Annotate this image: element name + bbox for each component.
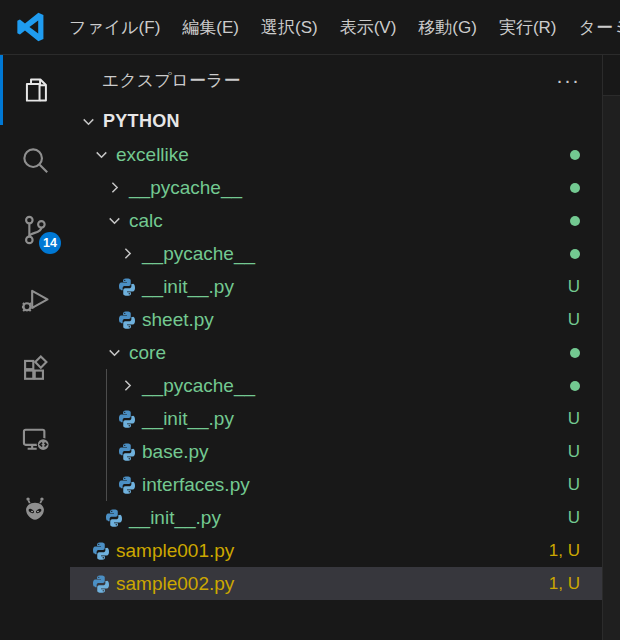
python-icon xyxy=(115,277,139,297)
indent-guide xyxy=(106,468,107,501)
git-status-dot xyxy=(570,249,580,259)
git-status-dot xyxy=(570,150,580,160)
git-status-badge: U xyxy=(568,508,580,528)
debug-icon xyxy=(18,283,52,317)
python-icon xyxy=(115,409,139,429)
activity-item-run-and-debug[interactable] xyxy=(0,265,70,335)
tree-item-pycache[interactable]: __pycache__ xyxy=(70,171,602,204)
tree-item-label: __init__.py xyxy=(142,276,234,298)
activity-item-alien-extension[interactable] xyxy=(0,475,70,545)
python-icon xyxy=(115,475,139,495)
tree-item-base-py[interactable]: base.pyU xyxy=(70,435,602,468)
tree-item-sheet-py[interactable]: sheet.pyU xyxy=(70,303,602,336)
git-status-badge: U xyxy=(568,475,580,495)
alien-icon xyxy=(18,493,52,527)
title-bar: ファイル(F)編集(E)選択(S)表示(V)移動(G)実行(R)ターミナル(T) xyxy=(0,0,620,55)
git-status-badge: U xyxy=(568,277,580,297)
chevron-down-icon xyxy=(76,113,100,130)
indent-guide xyxy=(106,402,107,435)
tree-item-label: sheet.py xyxy=(142,309,214,331)
vscode-logo-icon xyxy=(16,12,46,42)
tree-item-init-py[interactable]: __init__.pyU xyxy=(70,270,602,303)
search-icon xyxy=(18,143,52,177)
menu-item-4[interactable]: 表示(V) xyxy=(329,16,408,39)
tree-item-sample002-py[interactable]: sample002.py1, U xyxy=(70,567,602,600)
git-status-badge: U xyxy=(568,310,580,330)
menu-item-2[interactable]: 編集(E) xyxy=(171,16,250,39)
git-status-badge: 1, U xyxy=(549,574,580,594)
tree-item-label: __pycache__ xyxy=(142,375,255,397)
source-control-badge: 14 xyxy=(39,232,61,254)
tree-item-init-py[interactable]: __init__.pyU xyxy=(70,402,602,435)
tree-item-init-py[interactable]: __init__.pyU xyxy=(70,501,602,534)
more-actions-button[interactable]: ··· xyxy=(556,75,580,85)
git-status-dot xyxy=(570,348,580,358)
tree-item-label: __pycache__ xyxy=(142,243,255,265)
python-icon xyxy=(89,574,113,594)
chevron-right-icon xyxy=(102,179,126,196)
tree-item-label: sample002.py xyxy=(116,573,234,595)
menu-item-5[interactable]: 移動(G) xyxy=(407,16,488,39)
git-status-dot xyxy=(570,216,580,226)
chevron-right-icon xyxy=(115,377,139,394)
editor-area xyxy=(603,55,620,640)
python-icon xyxy=(89,541,113,561)
python-icon xyxy=(115,442,139,462)
git-status-dot xyxy=(570,183,580,193)
workbench: 14 エクスプローラー ··· PYTHONexcellike__pycache… xyxy=(0,55,620,640)
tree-item-core[interactable]: core xyxy=(70,336,602,369)
activity-item-remote-explorer[interactable] xyxy=(0,405,70,475)
tree-item-sample001-py[interactable]: sample001.py1, U xyxy=(70,534,602,567)
menu-item-6[interactable]: 実行(R) xyxy=(488,16,568,39)
chevron-right-icon xyxy=(115,245,139,262)
menu-item-7[interactable]: ターミナル(T) xyxy=(567,16,620,39)
tree-item-interfaces-py[interactable]: interfaces.pyU xyxy=(70,468,602,501)
remote-icon xyxy=(18,423,52,457)
tree-item-pycache[interactable]: __pycache__ xyxy=(70,369,602,402)
git-status-badge: 1, U xyxy=(549,541,580,561)
activity-item-extensions[interactable] xyxy=(0,335,70,405)
tree-item-calc[interactable]: calc xyxy=(70,204,602,237)
tree-item-python[interactable]: PYTHON xyxy=(70,105,602,138)
indent-guide xyxy=(106,369,107,402)
extensions-icon xyxy=(18,353,52,387)
tree-item-label: __init__.py xyxy=(142,408,234,430)
tree-item-label: sample001.py xyxy=(116,540,234,562)
activity-item-explorer[interactable] xyxy=(0,55,70,125)
explorer-header: エクスプローラー ··· xyxy=(70,55,602,105)
git-status-dot xyxy=(570,381,580,391)
menu-bar: ファイル(F)編集(E)選択(S)表示(V)移動(G)実行(R)ターミナル(T) xyxy=(58,16,620,39)
file-tree: PYTHONexcellike__pycache__calc__pycache_… xyxy=(70,105,602,640)
files-icon xyxy=(18,73,52,107)
chevron-down-icon xyxy=(102,212,126,229)
chevron-down-icon xyxy=(102,344,126,361)
tree-item-label: calc xyxy=(129,210,163,232)
activity-item-search[interactable] xyxy=(0,125,70,195)
tree-item-label: interfaces.py xyxy=(142,474,250,496)
tree-item-pycache[interactable]: __pycache__ xyxy=(70,237,602,270)
tree-item-label: __pycache__ xyxy=(129,177,242,199)
tree-item-label: __init__.py xyxy=(129,507,221,529)
tree-item-label: core xyxy=(129,342,166,364)
tree-item-label: excellike xyxy=(116,144,189,166)
explorer-sidebar: エクスプローラー ··· PYTHONexcellike__pycache__c… xyxy=(70,55,603,640)
menu-item-1[interactable]: ファイル(F) xyxy=(58,16,171,39)
chevron-down-icon xyxy=(89,146,113,163)
tree-item-label: PYTHON xyxy=(103,111,180,132)
menu-item-3[interactable]: 選択(S) xyxy=(250,16,329,39)
python-icon xyxy=(115,310,139,330)
activity-bar: 14 xyxy=(0,55,70,640)
python-icon xyxy=(102,508,126,528)
git-status-badge: U xyxy=(568,442,580,462)
editor-tab-bar xyxy=(603,55,620,96)
activity-item-source-control[interactable]: 14 xyxy=(0,195,70,265)
explorer-title: エクスプローラー xyxy=(102,69,556,92)
git-status-badge: U xyxy=(568,409,580,429)
indent-guide xyxy=(106,435,107,468)
tree-item-excellike[interactable]: excellike xyxy=(70,138,602,171)
tree-item-label: base.py xyxy=(142,441,209,463)
